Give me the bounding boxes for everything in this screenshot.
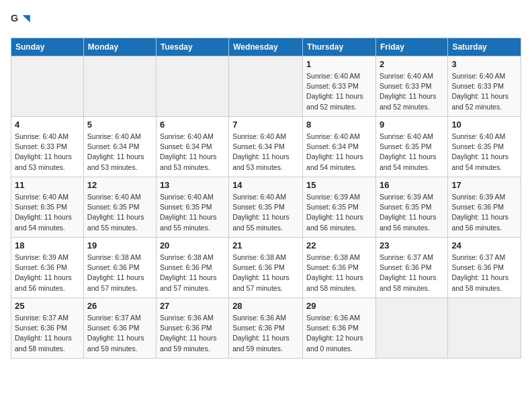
day-info: Sunrise: 6:39 AM Sunset: 6:36 PM Dayligh… — [451, 192, 517, 233]
day-info: Sunrise: 6:38 AM Sunset: 6:36 PM Dayligh… — [87, 253, 152, 293]
day-info: Sunrise: 6:40 AM Sunset: 6:33 PM Dayligh… — [380, 71, 444, 112]
calendar-cell: 13Sunrise: 6:40 AM Sunset: 6:35 PM Dayli… — [156, 177, 228, 238]
calendar-cell: 20Sunrise: 6:38 AM Sunset: 6:36 PM Dayli… — [156, 238, 228, 298]
calendar-cell: 27Sunrise: 6:36 AM Sunset: 6:36 PM Dayli… — [156, 298, 228, 359]
day-info: Sunrise: 6:40 AM Sunset: 6:33 PM Dayligh… — [15, 132, 80, 173]
day-number: 28 — [232, 301, 299, 311]
calendar-cell — [83, 56, 156, 117]
day-info: Sunrise: 6:40 AM Sunset: 6:33 PM Dayligh… — [306, 71, 372, 112]
calendar-cell — [156, 56, 228, 117]
weekday-header: Thursday — [303, 38, 376, 56]
day-number: 8 — [306, 120, 372, 130]
day-number: 6 — [160, 120, 225, 130]
weekday-header: Sunday — [11, 38, 84, 56]
day-number: 1 — [306, 59, 372, 69]
calendar-week-row: 25Sunrise: 6:37 AM Sunset: 6:36 PM Dayli… — [11, 298, 521, 359]
calendar-cell: 1Sunrise: 6:40 AM Sunset: 6:33 PM Daylig… — [303, 56, 376, 117]
calendar-week-row: 11Sunrise: 6:40 AM Sunset: 6:35 PM Dayli… — [11, 177, 521, 238]
calendar-cell: 17Sunrise: 6:39 AM Sunset: 6:36 PM Dayli… — [448, 177, 521, 238]
calendar-cell: 21Sunrise: 6:38 AM Sunset: 6:36 PM Dayli… — [229, 238, 303, 298]
day-number: 26 — [87, 301, 152, 311]
calendar-week-row: 1Sunrise: 6:40 AM Sunset: 6:33 PM Daylig… — [11, 56, 521, 117]
day-info: Sunrise: 6:38 AM Sunset: 6:36 PM Dayligh… — [306, 253, 372, 293]
day-number: 12 — [87, 180, 152, 190]
calendar-cell: 6Sunrise: 6:40 AM Sunset: 6:34 PM Daylig… — [156, 117, 228, 177]
day-number: 11 — [15, 180, 80, 190]
day-number: 9 — [380, 120, 444, 130]
day-number: 5 — [87, 120, 152, 130]
day-number: 19 — [87, 240, 152, 250]
calendar-cell: 28Sunrise: 6:36 AM Sunset: 6:36 PM Dayli… — [229, 298, 303, 359]
weekday-header: Saturday — [448, 38, 521, 56]
day-info: Sunrise: 6:37 AM Sunset: 6:36 PM Dayligh… — [380, 253, 444, 293]
calendar-cell: 7Sunrise: 6:40 AM Sunset: 6:34 PM Daylig… — [229, 117, 303, 177]
day-info: Sunrise: 6:40 AM Sunset: 6:34 PM Dayligh… — [306, 132, 372, 173]
day-number: 17 — [451, 180, 517, 190]
day-info: Sunrise: 6:40 AM Sunset: 6:35 PM Dayligh… — [87, 192, 152, 233]
day-number: 29 — [306, 301, 372, 311]
calendar-week-row: 18Sunrise: 6:39 AM Sunset: 6:36 PM Dayli… — [11, 238, 521, 298]
calendar-cell: 3Sunrise: 6:40 AM Sunset: 6:33 PM Daylig… — [448, 56, 521, 117]
calendar-cell — [448, 298, 521, 359]
logo: G — [11, 11, 35, 32]
calendar-cell: 9Sunrise: 6:40 AM Sunset: 6:35 PM Daylig… — [375, 117, 447, 177]
day-number: 15 — [306, 180, 372, 190]
calendar-week-row: 4Sunrise: 6:40 AM Sunset: 6:33 PM Daylig… — [11, 117, 521, 177]
calendar-cell: 5Sunrise: 6:40 AM Sunset: 6:34 PM Daylig… — [83, 117, 156, 177]
calendar-cell: 10Sunrise: 6:40 AM Sunset: 6:35 PM Dayli… — [448, 117, 521, 177]
calendar-cell: 12Sunrise: 6:40 AM Sunset: 6:35 PM Dayli… — [83, 177, 156, 238]
day-info: Sunrise: 6:36 AM Sunset: 6:36 PM Dayligh… — [160, 313, 225, 354]
day-number: 20 — [160, 240, 225, 250]
svg-marker-1 — [23, 15, 30, 22]
weekday-header: Tuesday — [156, 38, 228, 56]
calendar-cell: 14Sunrise: 6:40 AM Sunset: 6:35 PM Dayli… — [229, 177, 303, 238]
day-info: Sunrise: 6:40 AM Sunset: 6:35 PM Dayligh… — [380, 132, 444, 173]
day-info: Sunrise: 6:39 AM Sunset: 6:36 PM Dayligh… — [15, 253, 80, 293]
day-info: Sunrise: 6:40 AM Sunset: 6:35 PM Dayligh… — [15, 192, 80, 233]
weekday-header: Monday — [83, 38, 156, 56]
day-number: 2 — [380, 59, 444, 69]
calendar-cell — [229, 56, 303, 117]
calendar-cell: 25Sunrise: 6:37 AM Sunset: 6:36 PM Dayli… — [11, 298, 84, 359]
day-info: Sunrise: 6:39 AM Sunset: 6:35 PM Dayligh… — [306, 192, 372, 233]
calendar-cell: 18Sunrise: 6:39 AM Sunset: 6:36 PM Dayli… — [11, 238, 84, 298]
day-info: Sunrise: 6:40 AM Sunset: 6:35 PM Dayligh… — [160, 192, 225, 233]
calendar-cell: 24Sunrise: 6:37 AM Sunset: 6:36 PM Dayli… — [448, 238, 521, 298]
day-number: 13 — [160, 180, 225, 190]
calendar-table: SundayMondayTuesdayWednesdayThursdayFrid… — [11, 38, 521, 359]
day-info: Sunrise: 6:39 AM Sunset: 6:35 PM Dayligh… — [380, 192, 444, 233]
day-info: Sunrise: 6:40 AM Sunset: 6:34 PM Dayligh… — [87, 132, 152, 173]
calendar-cell — [11, 56, 84, 117]
day-number: 14 — [232, 180, 299, 190]
day-info: Sunrise: 6:40 AM Sunset: 6:33 PM Dayligh… — [451, 71, 517, 112]
calendar-cell: 11Sunrise: 6:40 AM Sunset: 6:35 PM Dayli… — [11, 177, 84, 238]
calendar-cell: 26Sunrise: 6:37 AM Sunset: 6:36 PM Dayli… — [83, 298, 156, 359]
day-info: Sunrise: 6:37 AM Sunset: 6:36 PM Dayligh… — [451, 253, 517, 293]
calendar-cell: 8Sunrise: 6:40 AM Sunset: 6:34 PM Daylig… — [303, 117, 376, 177]
day-info: Sunrise: 6:40 AM Sunset: 6:34 PM Dayligh… — [232, 132, 299, 173]
calendar-cell: 2Sunrise: 6:40 AM Sunset: 6:33 PM Daylig… — [375, 56, 447, 117]
day-info: Sunrise: 6:37 AM Sunset: 6:36 PM Dayligh… — [15, 313, 80, 354]
day-number: 22 — [306, 240, 372, 250]
day-number: 4 — [15, 120, 80, 130]
calendar-cell: 23Sunrise: 6:37 AM Sunset: 6:36 PM Dayli… — [375, 238, 447, 298]
day-info: Sunrise: 6:38 AM Sunset: 6:36 PM Dayligh… — [160, 253, 225, 293]
day-info: Sunrise: 6:40 AM Sunset: 6:35 PM Dayligh… — [232, 192, 299, 233]
calendar-cell: 15Sunrise: 6:39 AM Sunset: 6:35 PM Dayli… — [303, 177, 376, 238]
weekday-header-row: SundayMondayTuesdayWednesdayThursdayFrid… — [11, 38, 521, 56]
calendar-cell — [375, 298, 447, 359]
day-number: 27 — [160, 301, 225, 311]
weekday-header: Friday — [375, 38, 447, 56]
day-info: Sunrise: 6:36 AM Sunset: 6:36 PM Dayligh… — [306, 313, 372, 354]
day-info: Sunrise: 6:36 AM Sunset: 6:36 PM Dayligh… — [232, 313, 299, 354]
day-number: 7 — [232, 120, 299, 130]
day-info: Sunrise: 6:40 AM Sunset: 6:35 PM Dayligh… — [451, 132, 517, 173]
day-number: 18 — [15, 240, 80, 250]
day-info: Sunrise: 6:37 AM Sunset: 6:36 PM Dayligh… — [87, 313, 152, 354]
calendar-cell: 29Sunrise: 6:36 AM Sunset: 6:36 PM Dayli… — [303, 298, 376, 359]
svg-text:G: G — [11, 13, 18, 24]
calendar-cell: 22Sunrise: 6:38 AM Sunset: 6:36 PM Dayli… — [303, 238, 376, 298]
day-number: 25 — [15, 301, 80, 311]
day-number: 10 — [451, 120, 517, 130]
logo-icon: G — [11, 11, 32, 32]
